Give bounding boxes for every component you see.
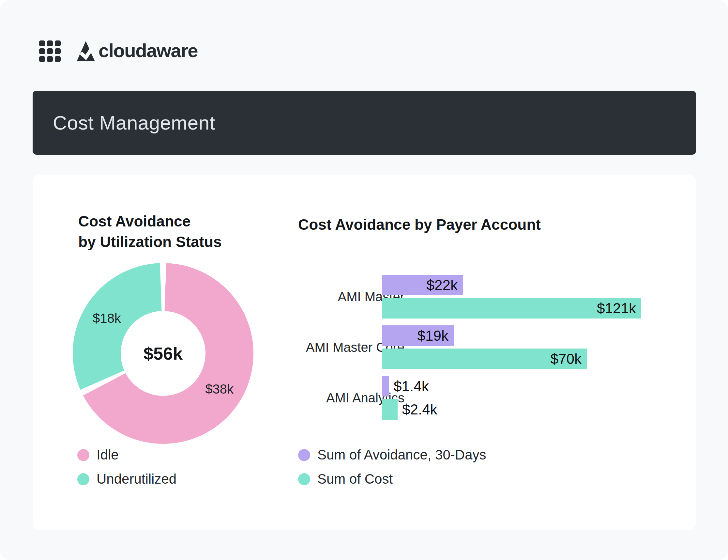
bar-value-label: $70k — [550, 351, 581, 367]
bar-avoidance-ami-master[interactable]: $22k — [382, 275, 463, 295]
logo-text: cloudaware — [99, 36, 198, 65]
bar-cost-ami-master[interactable]: $121k — [382, 298, 641, 319]
dashboard-card: Cost Avoidance by Utilization Status $38… — [33, 175, 696, 530]
donut-center-total: $56k — [144, 344, 183, 363]
legend-label: Idle — [97, 448, 119, 462]
bar-value-label: $1.4k — [394, 378, 429, 395]
page: cloudaware Cost Management Cost Avoidanc… — [0, 0, 728, 560]
page-title: Cost Management — [53, 112, 215, 134]
bar-value-label: $2.4k — [402, 401, 437, 418]
bar-value-label: $22k — [426, 277, 457, 293]
bar-value-label: $121k — [597, 300, 636, 317]
legend-item-idle[interactable]: Idle — [77, 448, 177, 462]
donut-chart-title-line2: by Utilization Status — [78, 233, 222, 250]
donut-chart: $38k$18k$56k — [72, 262, 255, 445]
legend-item-sum-of-cost[interactable]: Sum of Cost — [298, 472, 486, 486]
legend-label: Underutilized — [97, 472, 177, 486]
legend-item-sum-of-avoidance-30-days[interactable]: Sum of Avoidance, 30-Days — [298, 448, 486, 462]
bar-legend: Sum of Avoidance, 30-DaysSum of Cost — [298, 448, 486, 486]
bar-cost-ami-analytics[interactable]: $2.4k — [382, 399, 397, 420]
page-title-bar: Cost Management — [33, 91, 696, 155]
triangle-check-icon — [76, 36, 96, 65]
legend-dot-icon — [298, 449, 310, 461]
bar-chart-title: Cost Avoidance by Payer Account — [298, 217, 541, 232]
bar-avoidance-ami-analytics[interactable]: $1.4k — [382, 376, 389, 397]
donut-slice-underutilized[interactable] — [73, 263, 162, 390]
legend-dot-icon — [77, 473, 89, 485]
legend-dot-icon — [298, 473, 310, 485]
cloudaware-logo: cloudaware — [76, 36, 198, 65]
bar-value-label: $19k — [417, 328, 448, 344]
legend-item-underutilized[interactable]: Underutilized — [77, 472, 177, 486]
donut-slice-value-label: $38k — [205, 382, 234, 396]
legend-label: Sum of Cost — [318, 472, 393, 486]
legend-dot-icon — [77, 449, 89, 461]
bar-cost-ami-master-core[interactable]: $70k — [382, 349, 587, 369]
legend-label: Sum of Avoidance, 30-Days — [318, 448, 486, 462]
donut-chart-title-line1: Cost Avoidance — [78, 213, 191, 230]
app-launcher-icon[interactable] — [39, 40, 61, 62]
donut-legend: IdleUnderutilized — [77, 448, 177, 486]
donut-chart-title: Cost Avoidance by Utilization Status — [78, 211, 222, 252]
donut-slice-value-label: $18k — [93, 311, 121, 325]
bar-avoidance-ami-master-core[interactable]: $19k — [382, 325, 454, 346]
